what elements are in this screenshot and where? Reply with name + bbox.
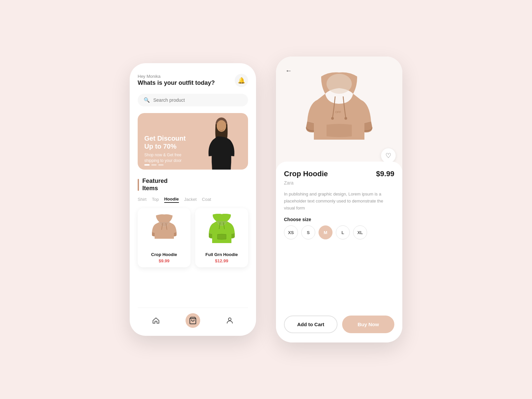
svg-point-9 bbox=[331, 117, 334, 120]
promo-banner[interactable]: Get DiscountUp to 70% Shop now & Get fre… bbox=[138, 113, 248, 170]
product-image-crop-hoodie bbox=[142, 212, 187, 249]
product-name-grn-hoodie: Full Grn Hoodie bbox=[205, 252, 238, 257]
size-selector: Choose size XS S M L XL bbox=[284, 217, 394, 239]
product-card-grn-hoodie[interactable]: Full Grn Hoodie $12.99 bbox=[195, 208, 248, 267]
heart-icon: ♡ bbox=[385, 152, 391, 160]
section-accent-bar bbox=[138, 179, 139, 191]
size-xs[interactable]: XS bbox=[284, 225, 298, 239]
product-card-crop-hoodie[interactable]: Crop Hoodie $9.99 bbox=[138, 208, 191, 267]
search-icon: 🔍 bbox=[144, 97, 150, 103]
featured-section-header: FeaturedItems bbox=[138, 178, 248, 192]
product-name-crop-hoodie: Crop Hoodie bbox=[151, 252, 177, 257]
svg-point-7 bbox=[228, 318, 231, 321]
bell-icon: 🔔 bbox=[238, 77, 245, 84]
size-m[interactable]: M bbox=[319, 225, 332, 239]
size-s[interactable]: S bbox=[301, 225, 315, 239]
notification-button[interactable]: 🔔 bbox=[235, 74, 248, 87]
svg-point-10 bbox=[344, 117, 347, 120]
svg-point-8 bbox=[327, 74, 352, 94]
products-row: Crop Hoodie $9.99 bbox=[138, 208, 248, 267]
banner-title: Get DiscountUp to 70% bbox=[144, 134, 186, 150]
search-input[interactable] bbox=[153, 97, 242, 103]
phone-detail: ← bbox=[276, 57, 402, 342]
filter-tabs: Shirt Top Hoodie Jacket Coat bbox=[138, 197, 248, 203]
tab-jacket[interactable]: Jacket bbox=[184, 197, 197, 203]
product-image-area: ← bbox=[276, 57, 402, 170]
buy-now-button[interactable]: Buy Now bbox=[342, 316, 394, 333]
product-brand: Zara bbox=[284, 180, 394, 186]
home-header: Hey Monika Whats is your outfit today? 🔔 bbox=[138, 74, 248, 87]
banner-text-block: Get DiscountUp to 70% Shop now & Get fre… bbox=[138, 128, 192, 170]
profile-icon[interactable] bbox=[222, 313, 237, 328]
banner-subtitle: Shop now & Get freeshipping to your door bbox=[144, 152, 186, 164]
phone-home: Hey Monika Whats is your outfit today? 🔔… bbox=[130, 63, 256, 336]
search-bar[interactable]: 🔍 bbox=[138, 94, 248, 106]
product-price-grn-hoodie: $12.99 bbox=[215, 258, 228, 263]
greeting-block: Hey Monika Whats is your outfit today? bbox=[138, 74, 215, 86]
tab-hoodie[interactable]: Hoodie bbox=[164, 197, 179, 203]
product-title: Crop Hoodie bbox=[284, 170, 328, 178]
product-price: $9.99 bbox=[376, 170, 394, 178]
product-description: In publishing and graphic design, Lorem … bbox=[284, 191, 394, 211]
bottom-navigation bbox=[138, 308, 248, 336]
banner-dot-1 bbox=[144, 164, 150, 166]
banner-indicators bbox=[144, 164, 164, 166]
section-title: FeaturedItems bbox=[142, 178, 168, 192]
size-label: Choose size bbox=[284, 217, 394, 222]
home-icon[interactable] bbox=[149, 313, 163, 328]
tab-shirt[interactable]: Shirt bbox=[138, 197, 147, 203]
product-detail-image: OFF bbox=[299, 66, 379, 160]
size-l[interactable]: L bbox=[336, 225, 350, 239]
product-image-grn-hoodie bbox=[199, 212, 244, 249]
svg-point-1 bbox=[217, 120, 226, 132]
product-detail-content: Crop Hoodie $9.99 Zara In publishing and… bbox=[276, 162, 402, 342]
back-button[interactable]: ← bbox=[283, 65, 295, 76]
nav-home[interactable] bbox=[149, 313, 163, 328]
add-to-cart-button[interactable]: Add to Cart bbox=[284, 316, 337, 333]
greeting-sub: Hey Monika bbox=[138, 74, 215, 79]
cart-icon[interactable] bbox=[186, 313, 200, 328]
svg-text:OFF: OFF bbox=[335, 110, 341, 114]
size-options: XS S M L XL bbox=[284, 225, 394, 239]
action-buttons: Add to Cart Buy Now bbox=[284, 316, 394, 333]
product-price-crop-hoodie: $9.99 bbox=[159, 258, 170, 263]
banner-dot-3 bbox=[158, 164, 164, 166]
banner-figure bbox=[195, 113, 248, 170]
back-arrow-icon: ← bbox=[285, 67, 292, 74]
tab-top[interactable]: Top bbox=[152, 197, 159, 203]
greeting-main: Whats is your outfit today? bbox=[138, 79, 215, 86]
banner-dot-2 bbox=[151, 164, 157, 166]
product-title-row: Crop Hoodie $9.99 bbox=[284, 170, 394, 178]
nav-profile[interactable] bbox=[222, 313, 237, 328]
wishlist-button[interactable]: ♡ bbox=[381, 148, 396, 163]
nav-cart[interactable] bbox=[186, 313, 200, 328]
size-xl[interactable]: XL bbox=[353, 225, 367, 239]
tab-coat[interactable]: Coat bbox=[202, 197, 211, 203]
